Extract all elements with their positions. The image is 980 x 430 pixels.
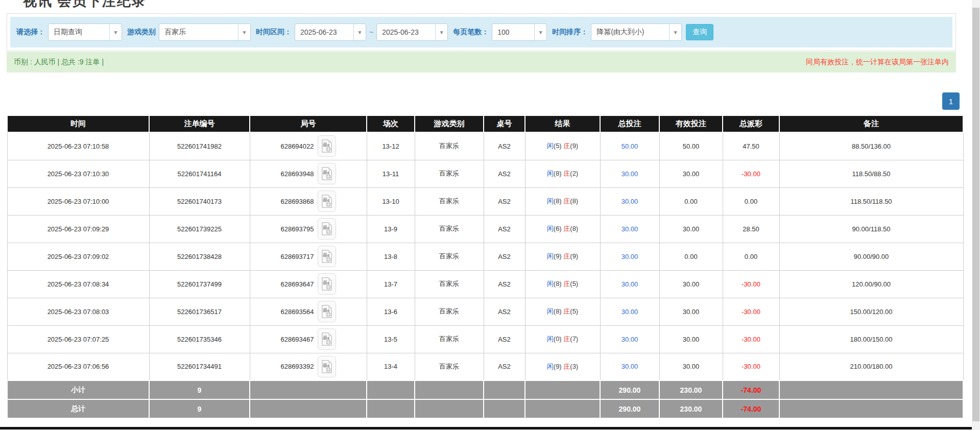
round-id-text: 628693948	[280, 170, 314, 178]
cell-time: 2025-06-23 07:07:25	[7, 325, 149, 353]
date-to-select[interactable]: 2025-06-23 ▼	[376, 23, 448, 41]
round-id-text: 628693868	[280, 198, 314, 205]
cell-time: 2025-06-23 07:09:02	[7, 243, 149, 270]
scrollbar-thumb[interactable]	[972, 8, 979, 421]
time-range-label: 时间区间：	[256, 28, 292, 37]
cell-round-id: 628693948	[250, 160, 367, 187]
cell-round-id: 628693868	[250, 187, 367, 215]
video-replay-icon	[321, 139, 332, 153]
cell-round-id: 628693647	[250, 270, 367, 298]
total-bet-link[interactable]: 30.00	[622, 198, 638, 205]
result-banker-label: 庄	[563, 363, 570, 370]
result-banker-value: (5)	[570, 307, 578, 315]
total-bet-link[interactable]: 30.00	[622, 363, 638, 370]
cell-bet-id: 522601734491	[149, 353, 250, 380]
video-replay-button[interactable]	[318, 190, 336, 212]
cell-total-bet: 30.00	[600, 270, 659, 298]
cell-note: 118.50/118.50	[779, 187, 963, 215]
vertical-scrollbar[interactable]	[972, 0, 980, 430]
video-replay-button[interactable]	[318, 163, 336, 184]
query-button[interactable]: 查询	[686, 24, 713, 40]
cell-result: 闲(9) 庄(9)	[525, 243, 600, 270]
query-type-select[interactable]: 日期查询 ▼	[48, 23, 122, 41]
total-bet-link[interactable]: 30.00	[622, 308, 638, 316]
time-sort-select[interactable]: 降冪(由大到小) ▼	[591, 23, 682, 41]
video-replay-button[interactable]	[318, 356, 336, 377]
result-player-label: 闲	[547, 363, 554, 370]
total-bet-link[interactable]: 30.00	[622, 280, 638, 288]
select-type-label: 请选择：	[16, 28, 45, 37]
total-bet-link[interactable]: 30.00	[622, 225, 638, 233]
video-replay-icon	[321, 277, 332, 291]
date-from-value: 2025-06-23	[295, 28, 353, 36]
round-id-text: 628693467	[280, 336, 314, 343]
grand-total-row-empty	[250, 399, 367, 418]
cell-total-payout: -30.00	[723, 270, 779, 298]
cell-total-payout: -30.00	[723, 325, 779, 353]
pagination-page-1-button[interactable]: 1	[942, 92, 960, 110]
subtotal-row-empty	[367, 380, 415, 399]
result-player-value: (8)	[554, 197, 564, 205]
result-player-value: (6)	[554, 225, 564, 232]
result-banker-value: (3)	[570, 363, 578, 370]
table-row: 2025-06-23 07:08:34522601737499628693647…	[7, 270, 963, 298]
video-replay-button[interactable]	[318, 246, 336, 267]
result-player-value: (0)	[554, 335, 564, 343]
cell-bet-id: 522601741164	[149, 160, 250, 187]
payout-value: 0.00	[745, 253, 757, 260]
result-player-label: 闲	[547, 142, 554, 150]
result-banker-value: (9)	[570, 252, 578, 260]
cell-valid-bet: 0.00	[659, 187, 723, 215]
video-replay-icon	[321, 360, 332, 373]
cell-table-no: AS2	[484, 353, 525, 380]
grand-total-row: 总计9290.00230.00-74.00	[7, 399, 963, 418]
cell-table-no: AS2	[484, 187, 525, 215]
cell-valid-bet: 50.00	[659, 132, 723, 160]
page-size-select[interactable]: 100 ▼	[492, 23, 547, 41]
result-player-value: (5)	[554, 142, 564, 150]
video-replay-button[interactable]	[318, 328, 336, 350]
cell-session: 13-5	[367, 325, 415, 353]
table-row: 2025-06-23 07:10:30522601741164628693948…	[7, 160, 963, 187]
cell-note: 210.00/180.00	[779, 353, 963, 380]
cell-result: 闲(6) 庄(8)	[525, 215, 600, 243]
page-title: 视讯 会员下注纪录	[23, 0, 147, 10]
subtotal-row-count: 9	[149, 380, 250, 399]
cell-note: 90.00/90.00	[779, 243, 963, 270]
cell-total-payout: 28.50	[723, 215, 779, 243]
cell-total-bet: 30.00	[600, 298, 659, 325]
grand-total-row-total-bet: 290.00	[600, 399, 659, 418]
grand-total-row-label: 总计	[7, 399, 149, 418]
video-replay-button[interactable]	[318, 218, 336, 240]
cell-bet-id: 522601738428	[149, 243, 250, 270]
total-bet-link[interactable]: 30.00	[622, 336, 638, 343]
bottom-divider-bar	[0, 427, 972, 429]
date-from-select[interactable]: 2025-06-23 ▼	[295, 23, 366, 41]
cell-table-no: AS2	[484, 298, 525, 325]
result-player-value: (9)	[554, 252, 564, 260]
game-type-select[interactable]: 百家乐 ▼	[159, 23, 251, 41]
cell-valid-bet: 30.00	[659, 160, 723, 187]
chevron-down-icon: ▼	[534, 24, 546, 40]
result-player-value: (9)	[554, 363, 564, 370]
cell-bet-id: 522601741982	[149, 132, 250, 160]
payout-value: 47.50	[743, 142, 759, 150]
grand-total-row-payout: -74.00	[723, 399, 779, 418]
video-replay-button[interactable]	[318, 301, 336, 322]
video-replay-button[interactable]	[318, 135, 336, 157]
cell-total-bet: 30.00	[600, 353, 659, 380]
table-row: 2025-06-23 07:10:58522601741982628694022…	[7, 132, 963, 160]
total-bet-link[interactable]: 50.00	[622, 142, 638, 150]
subtotal-row-payout: -74.00	[723, 380, 779, 399]
result-banker-label: 庄	[563, 307, 570, 315]
cell-table-no: AS2	[484, 160, 525, 187]
cell-session: 13-4	[367, 353, 415, 380]
cell-bet-id: 522601736517	[149, 298, 250, 325]
cell-note: 120.00/90.00	[779, 270, 963, 298]
total-bet-link[interactable]: 30.00	[622, 170, 638, 178]
video-replay-button[interactable]	[318, 273, 336, 295]
total-bet-link[interactable]: 30.00	[622, 253, 638, 260]
tilde-separator: ~	[369, 28, 373, 36]
cell-total-bet: 30.00	[600, 160, 659, 187]
video-replay-icon	[321, 250, 332, 263]
